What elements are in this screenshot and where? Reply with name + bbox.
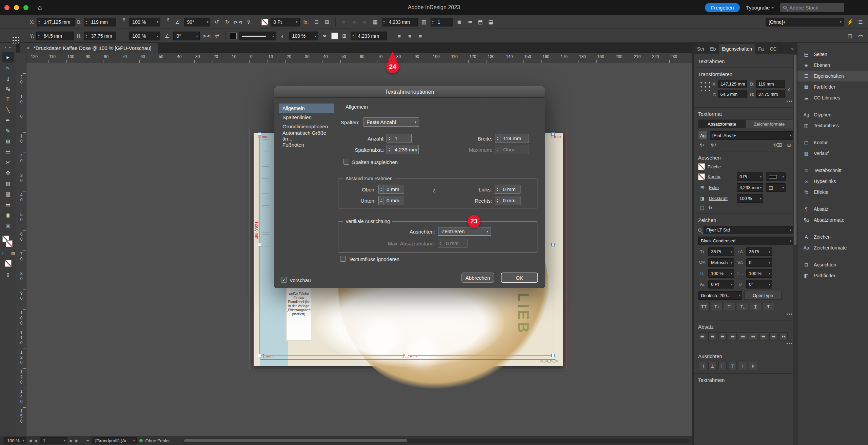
horizontal-scrollbar[interactable] [183,439,690,443]
tab-seiten[interactable]: Sei [694,44,707,54]
dialog-section-allgemein[interactable]: Allgemein [279,104,334,113]
kontur-label[interactable]: Kontur [708,174,734,179]
absatz-more-options-icon[interactable]: ••• [698,341,793,346]
formatting-affects-text-button[interactable]: T [0,249,8,257]
fill-swatch[interactable] [261,19,268,25]
view-options-icon[interactable]: ◫ [846,32,854,40]
shear-dropdown[interactable]: 0° [173,32,200,40]
selection-handle-top-right[interactable] [551,132,555,136]
align-bottom-edges-icon[interactable]: ⊧ [749,362,757,370]
formatting-affects-container-button[interactable]: ⊠ [8,249,18,257]
reference-point-proxy-panel[interactable] [698,80,710,91]
x-field[interactable]: 147,125 mm [37,18,75,26]
justify-last-right-icon[interactable]: ☲ [749,332,757,340]
align-top-edges-icon[interactable]: ⊤ [729,362,737,370]
panel-eigenschaften[interactable]: ☰Eigenschaften [797,71,868,81]
dialog-section-spaltenlinien[interactable]: Spaltenlinien [279,113,334,122]
toolbar-grip[interactable]: ● ● [4,45,12,49]
deckkraft-label[interactable]: Deckkraft [709,196,734,201]
width-stepper[interactable] [84,18,88,26]
links-stepper[interactable] [495,185,500,193]
align-top-icon[interactable]: ≡ [340,18,348,26]
rotate-cw-icon[interactable]: ↻ [223,18,231,26]
distribute-left-icon[interactable]: ≡ [395,32,403,40]
corner-style-dropdown[interactable]: ◰ [766,183,786,192]
gap-tool[interactable]: ↹ [2,84,14,94]
paragraph-style-dropdown[interactable]: [Einf. Abs.]+ [710,131,793,140]
style-override-icon[interactable]: ¶+ [698,143,706,148]
stroke-proxy-swatch[interactable] [6,240,13,247]
spalten-dropdown[interactable]: Feste Anzahl [363,117,419,127]
scale-x-dropdown[interactable]: 100 % [129,18,160,26]
pencil-tool[interactable]: ✎ [2,126,14,136]
breite-field[interactable]: 119 mm [495,134,529,143]
panel-scrollbar-thumb[interactable] [794,55,796,245]
free-transform-tool[interactable]: ✥ [2,168,14,178]
next-page-button[interactable]: ▶ [70,439,73,443]
language-dropdown[interactable]: Deutsch: 200... [698,291,742,300]
ok-button[interactable]: OK [501,273,538,283]
direct-selection-tool[interactable]: ▹ [2,62,14,73]
baseline-shift-dropdown[interactable]: 0 Pt [708,280,734,289]
height-stepper[interactable] [84,32,88,40]
opacity-dropdown[interactable]: 100 % [289,32,318,40]
distribute-center-icon[interactable]: ≡ [406,32,414,40]
panel-farbfelder[interactable]: ▦Farbfelder [797,81,868,92]
align-left-edges-icon[interactable]: ⊣ [698,362,706,370]
y-field[interactable]: 64,5 mm [36,32,74,40]
panel-glyphen[interactable]: AgGlyphen [797,109,868,120]
bullet-list-icon[interactable]: ≣ [455,18,463,26]
stroke-weight-panel-dropdown[interactable]: 0 Pt [737,172,763,181]
selection-handle-bottom-right[interactable] [551,354,555,357]
screen-mode-icon[interactable]: ▭ [856,32,865,40]
justify-all-icon[interactable]: ☰ [759,332,767,340]
panel-y-field[interactable]: 64,5 mm [718,90,747,98]
page-tool[interactable]: ▯ [2,73,14,84]
zeichen-more-options-icon[interactable]: ••• [698,312,793,317]
gradient-feather-tool[interactable]: ▨ [2,189,14,199]
x-stepper[interactable] [37,18,41,26]
gutter-stepper[interactable] [382,18,387,26]
stroke-swatch-panel[interactable] [698,173,705,180]
tab-eigenschaften[interactable]: Eigenschaften [719,44,755,54]
horizontal-scale-dropdown[interactable]: 100 % [746,269,772,278]
all-caps-button[interactable]: TT [698,302,710,311]
panel-height-field[interactable]: 37,75 mm [756,90,785,98]
spalten-ausgleichen-checkbox[interactable] [343,159,349,165]
paper-swatch[interactable] [331,33,338,39]
gradient-swatch-tool[interactable]: ▩ [2,178,14,189]
selection-handle-bottom-center[interactable] [405,354,408,357]
tracking-dropdown[interactable]: 0 [746,258,772,267]
horizontal-scrollbar-thumb[interactable] [184,439,407,442]
anzahl-field[interactable]: 1 [387,134,412,143]
align-vcenter-icon[interactable]: ⊦ [739,362,747,370]
align-center-icon[interactable]: ☰ [708,332,716,340]
document-tab[interactable]: ✕ *Druckdaten Kaffee Dose @ 100 % [GPU-V… [20,43,158,53]
panel-pathfinder[interactable]: ◧Pathfinder [797,270,868,281]
transform-more-options-icon[interactable]: ••• [698,99,793,104]
unten-field[interactable]: 0 mm [378,196,404,205]
align-away-spine-icon[interactable]: ☶ [780,332,788,340]
home-icon[interactable]: ⌂ [38,4,42,12]
panel-x-field[interactable]: 147,125 mm [718,80,747,88]
fx-label[interactable]: fx. [709,205,735,210]
flip-icons-secondary[interactable]: ⊳⊲ [202,32,211,40]
opacity-panel-dropdown[interactable]: 100 % [737,194,763,203]
panel-cc-libraries[interactable]: ☁CC Libraries [797,92,868,103]
spaltenabst-field[interactable]: 4,233 mm [387,145,419,154]
superscript-button[interactable]: T¹ [724,302,735,311]
flip-vertical-icon[interactable]: ⊽ [245,18,253,26]
panel-zeichenformate[interactable]: AaZeichenformate [797,242,868,253]
swap-fill-stroke-icon[interactable]: ⇄ [213,32,221,40]
tab-close-icon[interactable]: ✕ [26,45,30,51]
eyedropper-tool[interactable]: ◉ [2,210,14,220]
text-frame-options-icon[interactable]: ⬒ [476,18,485,26]
tab-cc[interactable]: CC [767,44,780,54]
page-number-dropdown[interactable]: 1 [40,437,67,444]
align-left-icon[interactable]: ☰ [698,332,706,340]
breite-stepper[interactable] [495,134,500,143]
new-style-icon[interactable]: ⊞ [785,143,793,148]
selection-handle-bottom-left[interactable] [258,354,261,357]
rechts-stepper[interactable] [495,196,500,205]
stroke-swatch[interactable] [230,33,237,39]
